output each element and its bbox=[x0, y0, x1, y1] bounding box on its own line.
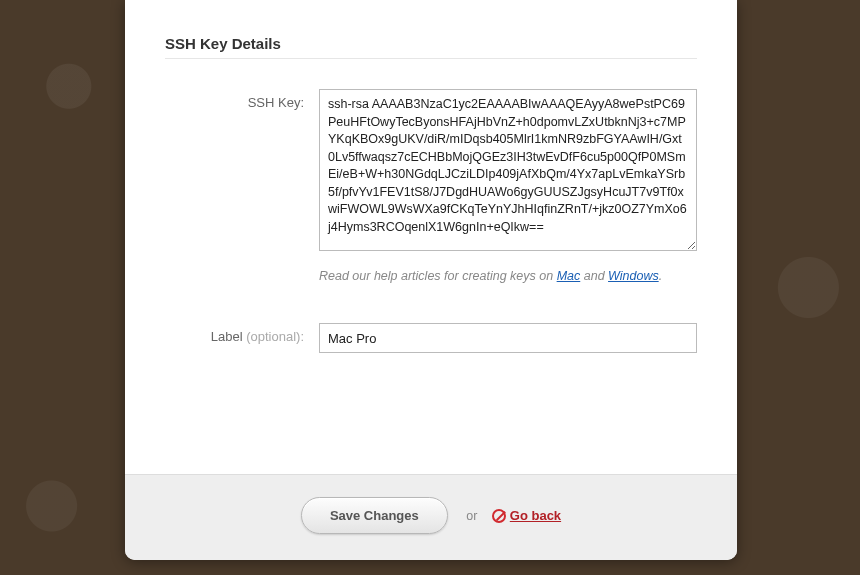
label-label-optional: (optional): bbox=[243, 329, 304, 344]
label-field-wrapper bbox=[319, 323, 697, 353]
label-label: Label (optional): bbox=[165, 323, 319, 344]
panel-body: SSH Key Details SSH Key: Read our help a… bbox=[125, 0, 737, 474]
label-input[interactable] bbox=[319, 323, 697, 353]
help-link-mac[interactable]: Mac bbox=[557, 269, 581, 283]
section-title: SSH Key Details bbox=[165, 35, 697, 59]
ssh-key-label: SSH Key: bbox=[165, 89, 319, 110]
ssh-key-row: SSH Key: Read our help articles for crea… bbox=[165, 89, 697, 311]
label-label-main: Label bbox=[211, 329, 243, 344]
or-text: or bbox=[466, 509, 477, 523]
panel-footer: Save Changes or Go back bbox=[125, 474, 737, 560]
ssh-key-textarea[interactable] bbox=[319, 89, 697, 251]
help-prefix: Read our help articles for creating keys… bbox=[319, 269, 557, 283]
label-row: Label (optional): bbox=[165, 323, 697, 353]
save-changes-button[interactable]: Save Changes bbox=[301, 497, 448, 534]
ssh-key-details-panel: SSH Key Details SSH Key: Read our help a… bbox=[125, 0, 737, 560]
help-text: Read our help articles for creating keys… bbox=[319, 269, 697, 283]
cancel-icon bbox=[492, 509, 506, 523]
go-back-link[interactable]: Go back bbox=[492, 506, 561, 523]
help-suffix: . bbox=[659, 269, 662, 283]
ssh-key-field-wrapper: Read our help articles for creating keys… bbox=[319, 89, 697, 311]
go-back-label[interactable]: Go back bbox=[510, 508, 561, 523]
help-and: and bbox=[580, 269, 608, 283]
help-link-windows[interactable]: Windows bbox=[608, 269, 659, 283]
